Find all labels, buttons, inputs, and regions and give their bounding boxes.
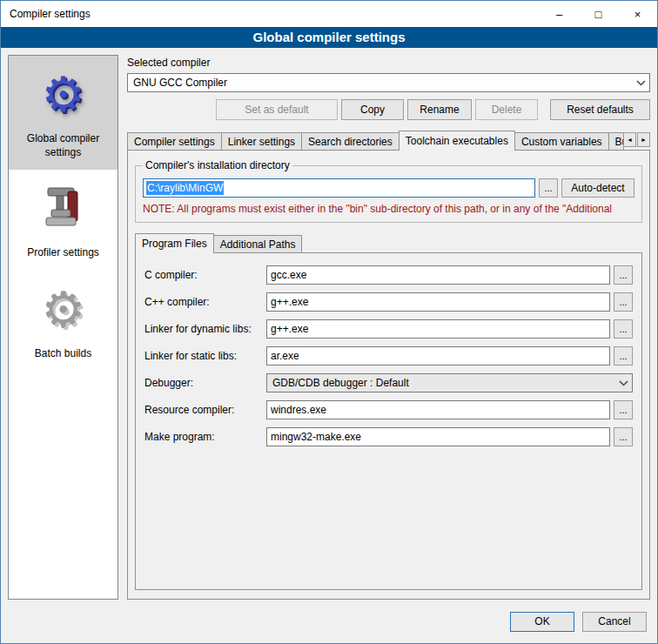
autodetect-button[interactable]: Auto-detect [561, 178, 634, 198]
linker-dynamic-label: Linker for dynamic libs: [144, 323, 266, 335]
tab-scroll-left-icon[interactable]: ◄ [623, 132, 636, 147]
debugger-label: Debugger: [144, 377, 266, 389]
delete-button[interactable]: Delete [475, 99, 538, 120]
tab-scroll-buttons: ◄ ► [623, 132, 650, 147]
page-title: Global compiler settings [1, 27, 657, 48]
debugger-value: GDB/CDB debugger : Default [272, 377, 409, 389]
cpp-compiler-row: C++ compiler: ... [144, 292, 633, 312]
install-dir-browse-button[interactable]: ... [539, 178, 558, 198]
resource-compiler-label: Resource compiler: [144, 404, 266, 416]
close-button[interactable]: × [618, 1, 657, 27]
sidebar-item-label: Batch builds [12, 347, 114, 361]
program-files-page: C compiler: ... C++ compiler: ... Linker… [135, 252, 642, 590]
selected-compiler-value: GNU GCC Compiler [133, 77, 227, 89]
linker-static-input[interactable] [266, 346, 610, 366]
debugger-row: Debugger: GDB/CDB debugger : Default [144, 373, 633, 392]
linker-dynamic-input[interactable] [266, 319, 610, 339]
debugger-dropdown[interactable]: GDB/CDB debugger : Default [266, 373, 633, 392]
installation-directory-row: C:\raylib\MinGW ... Auto-detect [143, 178, 634, 198]
resource-compiler-browse-button[interactable]: ... [614, 400, 633, 419]
install-dir-selected-text: C:\raylib\MinGW [146, 181, 224, 195]
copy-button[interactable]: Copy [341, 99, 404, 120]
make-program-row: Make program: ... [144, 427, 633, 446]
cpp-compiler-input[interactable] [266, 292, 610, 312]
sidebar-item-label: Global compiler settings [12, 132, 114, 159]
installation-directory-group: Compiler's installation directory C:\ray… [135, 159, 642, 223]
bin-subdirectory-note: NOTE: All programs must exist either in … [143, 203, 634, 215]
tab-search-directories[interactable]: Search directories [301, 132, 400, 150]
linker-dynamic-row: Linker for dynamic libs: ... [144, 319, 633, 339]
ok-button[interactable]: OK [510, 612, 574, 632]
sidebar-item-profiler-settings[interactable]: Profiler settings [9, 170, 118, 271]
cancel-button[interactable]: Cancel [582, 612, 647, 632]
linker-static-browse-button[interactable]: ... [614, 346, 633, 366]
linker-static-row: Linker for static libs: ... [144, 346, 633, 366]
gear-blue-icon: ⚙ [12, 63, 114, 127]
sidebar-item-global-compiler-settings[interactable]: ⚙ Global compiler settings [9, 56, 118, 170]
make-program-label: Make program: [144, 431, 266, 443]
c-compiler-input[interactable] [266, 265, 610, 285]
main-panel: Selected compiler GNU GCC Compiler Set a… [127, 55, 650, 600]
chevron-down-icon [614, 374, 632, 392]
resource-compiler-row: Resource compiler: ... [144, 400, 633, 419]
selected-compiler-dropdown[interactable]: GNU GCC Compiler [127, 73, 650, 92]
gear-gray-icon: ⚙ [12, 278, 114, 342]
titlebar: Compiler settings – □ × [1, 1, 657, 27]
selected-compiler-label: Selected compiler [127, 57, 650, 69]
settings-sidebar: ⚙ Global compiler settings Profiler sett… [8, 55, 118, 600]
sidebar-item-label: Profiler settings [12, 246, 114, 260]
reset-defaults-button[interactable]: Reset defaults [550, 99, 650, 120]
tab-additional-paths[interactable]: Additional Paths [213, 235, 303, 252]
profiler-icon [12, 177, 114, 241]
tab-toolchain-executables[interactable]: Toolchain executables [399, 131, 515, 151]
program-files-tabstrip: Program Files Additional Paths [135, 233, 642, 252]
c-compiler-label: C compiler: [144, 269, 266, 281]
linker-static-label: Linker for static libs: [144, 350, 266, 362]
compiler-settings-window: Compiler settings – □ × Global compiler … [0, 0, 658, 644]
settings-tabstrip: Compiler settings Linker settings Search… [127, 131, 650, 150]
c-compiler-row: C compiler: ... [144, 265, 633, 285]
c-compiler-browse-button[interactable]: ... [614, 265, 633, 285]
maximize-button[interactable]: □ [579, 1, 618, 27]
tab-build-options[interactable]: Builc [608, 132, 624, 150]
minimize-button[interactable]: – [540, 1, 579, 27]
linker-dynamic-browse-button[interactable]: ... [614, 319, 633, 339]
sidebar-item-batch-builds[interactable]: ⚙ Batch builds [9, 271, 118, 372]
installation-directory-group-title: Compiler's installation directory [143, 159, 292, 171]
make-program-browse-button[interactable]: ... [614, 427, 633, 446]
make-program-input[interactable] [266, 427, 610, 446]
tab-custom-variables[interactable]: Custom variables [514, 132, 609, 150]
resource-compiler-input[interactable] [266, 400, 610, 419]
cpp-compiler-browse-button[interactable]: ... [614, 292, 633, 312]
dialog-footer: OK Cancel [1, 600, 657, 643]
tab-compiler-settings[interactable]: Compiler settings [127, 132, 222, 150]
tab-scroll-right-icon[interactable]: ► [637, 132, 650, 147]
tab-program-files[interactable]: Program Files [135, 233, 214, 253]
tab-linker-settings[interactable]: Linker settings [221, 132, 302, 150]
rename-button[interactable]: Rename [407, 99, 472, 120]
install-dir-input[interactable]: C:\raylib\MinGW [143, 178, 535, 198]
compiler-actions: Set as default Copy Rename Delete Reset … [127, 99, 650, 120]
toolchain-executables-page: Compiler's installation directory C:\ray… [127, 150, 650, 600]
dialog-body: ⚙ Global compiler settings Profiler sett… [1, 48, 657, 600]
window-title: Compiler settings [1, 8, 540, 20]
cpp-compiler-label: C++ compiler: [144, 296, 266, 308]
chevron-down-icon [632, 74, 649, 91]
set-as-default-button[interactable]: Set as default [216, 99, 338, 120]
